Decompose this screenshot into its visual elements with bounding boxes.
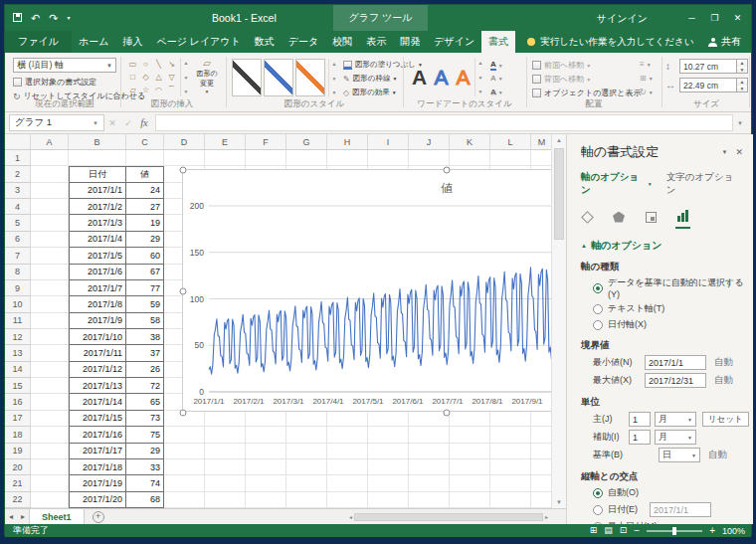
page-break-view-icon[interactable]: ⊡	[620, 526, 628, 535]
cell-C2[interactable]: 値	[126, 166, 164, 182]
chart-handle-left-middle[interactable]	[180, 288, 187, 295]
shape-gallery-item[interactable]: △	[152, 71, 165, 84]
cell-K20[interactable]	[450, 459, 490, 475]
row-header-18[interactable]: 18	[5, 427, 31, 443]
cell-A4[interactable]	[31, 199, 69, 215]
cell-M19[interactable]	[531, 444, 551, 459]
cell-A2[interactable]	[31, 166, 69, 182]
cell-B16[interactable]: 2017/1/14	[69, 394, 126, 410]
tab-数式[interactable]: 数式	[248, 31, 282, 53]
cell-C15[interactable]: 72	[126, 378, 164, 394]
redo-icon[interactable]: ↷	[49, 13, 58, 24]
max-bound-auto[interactable]: 自動	[714, 374, 733, 387]
cell-B4[interactable]: 2017/1/2	[69, 199, 126, 215]
select-all-corner[interactable]	[5, 134, 31, 150]
cell-C11[interactable]: 58	[126, 313, 164, 329]
scroll-right-icon[interactable]: ▸	[545, 513, 548, 520]
cell-G19[interactable]	[286, 444, 327, 459]
cell-B21[interactable]: 2017/1/19	[69, 475, 126, 491]
cell-F17[interactable]	[246, 411, 286, 427]
formula-bar-expand-icon[interactable]: ▼	[733, 120, 747, 126]
cell-A19[interactable]	[31, 444, 69, 459]
tab-書式[interactable]: 書式	[481, 31, 515, 53]
column-header-D[interactable]: D	[164, 134, 205, 150]
tab-表示[interactable]: 表示	[359, 31, 393, 53]
cell-B22[interactable]: 2017/1/20	[69, 492, 126, 508]
row-header-7[interactable]: 7	[5, 248, 31, 264]
cell-E19[interactable]	[205, 444, 246, 459]
shape-gallery-item[interactable]: ▱	[126, 84, 139, 96]
base-unit-select[interactable]: 日▼	[659, 448, 700, 462]
cell-C13[interactable]: 37	[126, 345, 164, 361]
cell-B10[interactable]: 2017/1/8	[69, 296, 126, 312]
zoom-slider-thumb[interactable]	[672, 527, 676, 535]
cell-C17[interactable]: 73	[126, 411, 164, 427]
cell-A5[interactable]	[31, 215, 69, 231]
cell-F1[interactable]	[246, 150, 286, 166]
axis-options-icon[interactable]	[675, 205, 690, 229]
row-header-12[interactable]: 12	[5, 329, 31, 345]
cell-A1[interactable]	[31, 150, 69, 166]
tell-me-box[interactable]: 実行したい作業を入力してください	[527, 31, 693, 53]
cell-K22[interactable]	[450, 492, 490, 508]
selection-pane-button[interactable]: オブジェクトの選択と表示	[532, 88, 642, 98]
zoom-out-icon[interactable]: −	[634, 526, 640, 536]
cell-C4[interactable]: 27	[126, 199, 164, 215]
column-header-H[interactable]: H	[327, 134, 368, 150]
cell-J19[interactable]	[409, 444, 450, 459]
cell-F21[interactable]	[246, 475, 286, 491]
send-backward-button[interactable]: 背面へ移動▼	[532, 74, 591, 85]
min-bound-input[interactable]: 2017/1/1	[645, 355, 706, 370]
pane-close-icon[interactable]: ✕	[735, 147, 743, 157]
shape-width-stepper[interactable]: 22.49 cm ▲▼	[679, 78, 748, 92]
cell-H20[interactable]	[327, 459, 368, 475]
cell-C10[interactable]: 59	[126, 296, 164, 312]
row-header-5[interactable]: 5	[5, 215, 31, 231]
shape-gallery-scroll[interactable]: ▲▼▼	[180, 58, 191, 96]
cell-L1[interactable]	[490, 150, 531, 166]
cell-B6[interactable]: 2017/1/4	[69, 232, 126, 248]
cell-C1[interactable]	[126, 150, 164, 166]
cell-I21[interactable]	[368, 475, 409, 491]
wordart-scroll[interactable]: ▲▼▼	[474, 58, 485, 96]
cell-A14[interactable]	[31, 362, 69, 378]
cell-B14[interactable]: 2017/1/12	[69, 362, 126, 378]
cell-E18[interactable]	[205, 427, 246, 443]
tab-ホーム[interactable]: ホーム	[72, 31, 115, 53]
row-header-9[interactable]: 9	[5, 280, 31, 296]
cell-G22[interactable]	[286, 492, 327, 508]
column-header-M[interactable]: M	[531, 134, 551, 150]
cell-D21[interactable]	[164, 475, 205, 491]
column-header-K[interactable]: K	[450, 134, 490, 150]
zoom-slider[interactable]	[647, 530, 702, 532]
format-selection-button[interactable]: 選択対象の書式設定	[13, 77, 96, 88]
shape-height-stepper[interactable]: 10.27 cm ▲▼	[679, 59, 748, 74]
cell-A21[interactable]	[31, 475, 69, 491]
cell-B13[interactable]: 2017/1/11	[69, 345, 126, 361]
qat-customize-icon[interactable]: ▾	[67, 15, 70, 21]
cell-L20[interactable]	[490, 459, 531, 475]
row-header-14[interactable]: 14	[5, 362, 31, 378]
row-header-16[interactable]: 16	[5, 394, 31, 410]
cell-C3[interactable]: 24	[126, 183, 164, 199]
shape-width-value[interactable]: 22.49 cm	[679, 78, 737, 92]
vertical-scrollbar[interactable]: ▲ ▼	[551, 134, 566, 508]
radio-date-axis[interactable]: 日付軸(X)	[593, 318, 753, 331]
cell-C18[interactable]: 75	[126, 427, 164, 443]
zoom-level[interactable]: 100%	[722, 526, 745, 536]
cell-B15[interactable]: 2017/1/13	[69, 378, 126, 394]
row-header-10[interactable]: 10	[5, 296, 31, 312]
cell-L17[interactable]	[490, 411, 531, 427]
cell-A17[interactable]	[31, 411, 69, 427]
fill-line-icon[interactable]	[581, 205, 594, 229]
row-header-20[interactable]: 20	[5, 459, 31, 475]
share-button[interactable]: 共有	[708, 31, 741, 53]
cell-B18[interactable]: 2017/1/16	[69, 427, 126, 443]
tab-データ[interactable]: データ	[282, 31, 325, 53]
cell-C19[interactable]: 29	[126, 444, 164, 459]
row-header-2[interactable]: 2	[5, 166, 31, 182]
scroll-down-icon[interactable]: ▼	[552, 496, 566, 508]
save-icon[interactable]	[13, 13, 22, 24]
text-effects-button[interactable]: A▼	[490, 88, 503, 96]
cell-I18[interactable]	[368, 427, 409, 443]
